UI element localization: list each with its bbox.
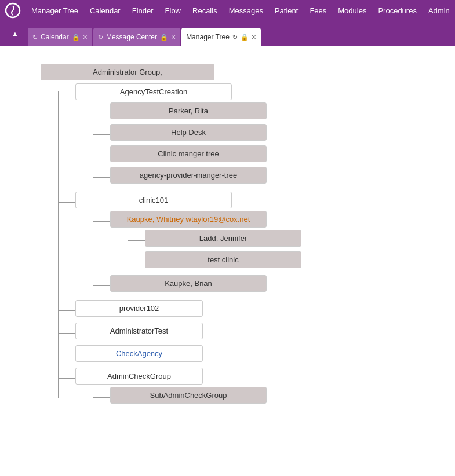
- node-help-desk[interactable]: Help Desk: [110, 124, 267, 141]
- node-kaupke-whitney[interactable]: Kaupke, Whitney wtaylor19@cox.net: [110, 211, 267, 228]
- nav-item-messages[interactable]: Messages: [223, 0, 269, 21]
- nav-item-admin[interactable]: Admin: [423, 0, 455, 21]
- tree-container: Administrator Group, AgencyTestCreation …: [12, 58, 443, 415]
- nav-item-procedures[interactable]: Procedures: [372, 0, 422, 21]
- tab-message-center-label: Message Center: [106, 33, 157, 41]
- node-parker-rita[interactable]: Parker, Rita: [110, 102, 267, 119]
- level2-item-kaupke-brian: Kaupke, Brian: [110, 275, 301, 292]
- lock-icon-2: 🔒: [160, 34, 168, 41]
- level2-item-help-desk: Help Desk: [110, 124, 267, 141]
- tab-manager-tree[interactable]: Manager Tree ↻ 🔒 ×: [181, 28, 261, 46]
- node-clinic101[interactable]: clinic101: [75, 192, 232, 208]
- agency-test-creation-children: Parker, Rita Help Desk Clinic manger tre…: [110, 100, 267, 186]
- tab-bar: ▲ ↻ Calendar 🔒 × ↻ Message Center 🔒 × Ma…: [0, 21, 455, 46]
- tab-message-center[interactable]: ↻ Message Center 🔒 ×: [93, 28, 180, 46]
- nav-item-manager-tree[interactable]: Manager Tree: [26, 0, 84, 21]
- level2-item-agency-provider-manger-tree: agency-provider-manger-tree: [110, 167, 267, 184]
- level2-item-ladd-jennifer: Ladd, Jennifer: [145, 230, 301, 247]
- top-nav: Manager Tree Calendar Finder Flow Recall…: [0, 0, 455, 21]
- node-clinic-manger-tree[interactable]: Clinic manger tree: [110, 145, 267, 162]
- nav-item-finder[interactable]: Finder: [126, 0, 159, 21]
- kaupke-whitney-children: Ladd, Jennifer test clinic: [145, 228, 301, 270]
- level1-item-check-agency: CheckAgency: [75, 345, 432, 362]
- level2-item-test-clinic: test clinic: [145, 251, 301, 268]
- tab-scroll-up[interactable]: ▲: [7, 25, 23, 42]
- node-ladd-jennifer[interactable]: Ladd, Jennifer: [145, 230, 301, 247]
- level2-item-parker-rita: Parker, Rita: [110, 102, 267, 119]
- node-kaupke-brian[interactable]: Kaupke, Brian: [110, 275, 267, 292]
- admin-check-group-children: SubAdminCheckGroup: [110, 385, 267, 406]
- nav-item-modules[interactable]: Modules: [332, 0, 372, 21]
- level1-item-provider102: provider102: [75, 300, 432, 317]
- node-agency-provider-manger-tree[interactable]: agency-provider-manger-tree: [110, 167, 267, 184]
- main-content: Administrator Group, AgencyTestCreation …: [0, 46, 455, 476]
- level1-item-admin-check-group: AdminCheckGroup SubAdminCheckGroup: [75, 368, 432, 406]
- level1-item-administrator-test: AdministratorTest: [75, 323, 432, 339]
- node-admin-check-group[interactable]: AdminCheckGroup: [75, 368, 203, 385]
- node-administrator-group[interactable]: Administrator Group,: [41, 64, 214, 80]
- lock-icon: 🔒: [72, 34, 80, 41]
- lock-icon-3: 🔒: [241, 34, 249, 41]
- node-sub-admin-check-group[interactable]: SubAdminCheckGroup: [110, 387, 267, 404]
- node-agency-test-creation[interactable]: AgencyTestCreation: [75, 83, 232, 100]
- clinic101-children: Kaupke, Whitney wtaylor19@cox.net Ladd, …: [110, 208, 301, 294]
- level1-item-agency-test-creation: AgencyTestCreation Parker, Rita Help Des…: [75, 83, 432, 186]
- tab-calendar-label: Calendar: [41, 33, 69, 41]
- app-logo: [5, 2, 21, 19]
- tab-message-center-close[interactable]: ×: [171, 32, 176, 42]
- nav-item-calendar[interactable]: Calendar: [84, 0, 126, 21]
- refresh-icon: ↻: [32, 34, 38, 41]
- tab-calendar[interactable]: ↻ Calendar 🔒 ×: [28, 28, 92, 46]
- level2-item-kaupke-whitney: Kaupke, Whitney wtaylor19@cox.net Ladd, …: [110, 211, 301, 270]
- nav-item-flow[interactable]: Flow: [159, 0, 187, 21]
- node-check-agency[interactable]: CheckAgency: [75, 345, 203, 362]
- tab-manager-tree-label: Manager Tree: [186, 33, 230, 41]
- refresh-icon-2: ↻: [98, 34, 103, 41]
- nav-item-patient[interactable]: Patient: [269, 0, 304, 21]
- tab-calendar-close[interactable]: ×: [83, 32, 88, 42]
- node-administrator-test[interactable]: AdministratorTest: [75, 323, 203, 339]
- nav-item-recalls[interactable]: Recalls: [187, 0, 223, 21]
- level1-children: AgencyTestCreation Parker, Rita Help Des…: [75, 80, 432, 409]
- refresh-icon-3: ↻: [232, 34, 238, 41]
- level2-item-sub-admin-check-group: SubAdminCheckGroup: [110, 387, 267, 404]
- node-provider102[interactable]: provider102: [75, 300, 203, 317]
- nav-item-fees[interactable]: Fees: [304, 0, 332, 21]
- level1-item-clinic101: clinic101 Kaupke, Whitney wtaylor19@cox.…: [75, 192, 432, 294]
- tab-manager-tree-close[interactable]: ×: [252, 32, 256, 42]
- root-node: Administrator Group, AgencyTestCreation …: [41, 64, 432, 409]
- level2-item-clinic-manger-tree: Clinic manger tree: [110, 145, 267, 162]
- node-test-clinic[interactable]: test clinic: [145, 251, 301, 268]
